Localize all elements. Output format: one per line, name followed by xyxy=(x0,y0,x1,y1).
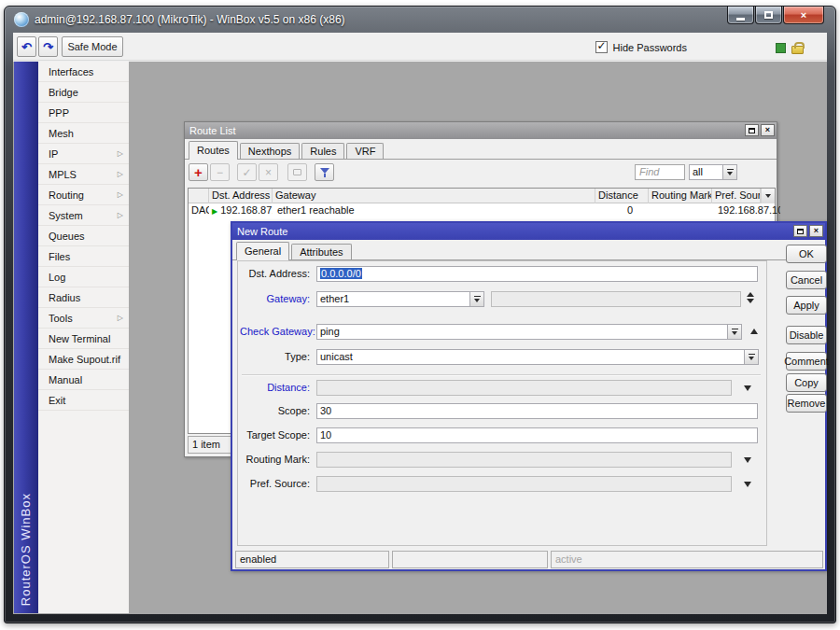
close-button[interactable]: × xyxy=(809,225,823,237)
section-divider xyxy=(242,374,761,376)
column-distance[interactable]: Distance xyxy=(595,189,649,203)
expand-arrow-icon[interactable] xyxy=(744,385,751,391)
comment-button[interactable]: Comment xyxy=(786,352,827,371)
apply-button[interactable]: Apply xyxy=(786,296,827,315)
submenu-arrow-icon: ▷ xyxy=(118,205,123,226)
lock-icon xyxy=(791,46,804,54)
expand-arrow-icon[interactable] xyxy=(744,482,751,487)
ok-button[interactable]: OK xyxy=(786,245,827,263)
plus-icon: + xyxy=(194,166,203,178)
comment-route-button[interactable] xyxy=(287,163,307,181)
sidebar-item-ip[interactable]: IP▷ xyxy=(38,144,129,164)
maximize-button[interactable] xyxy=(755,7,782,24)
cross-icon: × xyxy=(265,167,272,178)
type-field[interactable]: unicast xyxy=(316,349,759,365)
sidebar-item-routing[interactable]: Routing▷ xyxy=(38,185,129,205)
redo-icon: ↷ xyxy=(43,40,53,54)
sidebar-item-manual[interactable]: Manual xyxy=(38,370,129,390)
tab-nexthops[interactable]: Nexthops xyxy=(240,143,300,159)
gateway-field[interactable]: ether1 xyxy=(316,291,484,307)
column-dst-address[interactable]: Dst. Address/ xyxy=(209,189,273,203)
hide-passwords-control: ✓ Hide Passwords xyxy=(595,41,687,53)
find-input[interactable]: Find xyxy=(635,164,685,180)
pref-source-field[interactable] xyxy=(316,476,732,492)
sidebar-item-bridge[interactable]: Bridge xyxy=(38,82,129,103)
desktop: admin@192.168.87.100 (MikroTik) - WinBox… xyxy=(0,0,840,630)
target-scope-field[interactable]: 10 xyxy=(316,427,758,443)
safe-mode-button[interactable]: Safe Mode xyxy=(62,36,123,57)
copy-button[interactable]: Copy xyxy=(786,373,827,392)
undo-button[interactable]: ↶ xyxy=(17,36,36,57)
column-gateway[interactable]: Gateway xyxy=(273,189,595,203)
remove-route-button[interactable]: − xyxy=(210,163,230,181)
filter-scope-select[interactable]: all xyxy=(689,164,737,180)
gateway-add-remove-spinner[interactable] xyxy=(747,292,754,303)
minus-icon: − xyxy=(217,167,223,178)
routing-mark-field[interactable] xyxy=(316,452,732,468)
maximize-button[interactable] xyxy=(745,124,759,136)
sidebar-item-mpls[interactable]: MPLS▷ xyxy=(38,164,129,185)
route-list-titlebar[interactable]: Route List × xyxy=(185,122,777,139)
tab-attributes[interactable]: Attributes xyxy=(291,244,351,259)
scope-label: Scope: xyxy=(240,403,310,419)
brand-vertical-label: RouterOS WinBox xyxy=(19,493,33,606)
sidebar-menu: Interfaces Bridge PPP Mesh IP▷ MPLS▷ Rou… xyxy=(38,62,129,613)
new-route-titlebar[interactable]: New Route × xyxy=(232,223,825,240)
check-gateway-field[interactable]: ping xyxy=(316,324,742,340)
column-flags[interactable] xyxy=(189,189,209,203)
sidebar-item-new-terminal[interactable]: New Terminal xyxy=(38,329,129,349)
table-row[interactable]: DAC ▶ 192.168.87.0/... ether1 reachable … xyxy=(189,203,775,217)
enable-route-button[interactable]: ✓ xyxy=(237,163,257,181)
column-select-button[interactable] xyxy=(761,189,775,203)
maximize-icon xyxy=(749,128,755,133)
sidebar-item-tools[interactable]: Tools▷ xyxy=(38,308,129,329)
add-route-button[interactable]: + xyxy=(189,163,208,181)
submenu-arrow-icon: ▷ xyxy=(118,185,123,205)
distance-field[interactable] xyxy=(316,380,732,396)
sidebar-item-log[interactable]: Log xyxy=(38,267,129,287)
gateway-secondary-field[interactable] xyxy=(491,291,741,307)
maximize-button[interactable] xyxy=(793,225,807,237)
dropdown-icon[interactable] xyxy=(744,350,758,364)
sidebar-item-interfaces[interactable]: Interfaces xyxy=(38,62,129,82)
dropdown-icon[interactable] xyxy=(727,325,741,339)
hide-passwords-checkbox[interactable]: ✓ xyxy=(595,41,608,53)
sidebar-item-queues[interactable]: Queues xyxy=(38,226,129,246)
minimize-button[interactable] xyxy=(727,7,754,24)
tab-rules[interactable]: Rules xyxy=(301,143,344,159)
new-route-tabs: General Attributes xyxy=(232,242,825,260)
row-flags: DAC xyxy=(189,203,209,217)
gateway-label: Gateway: xyxy=(240,291,310,307)
close-button[interactable]: × xyxy=(761,124,775,136)
sidebar-item-files[interactable]: Files xyxy=(38,246,129,267)
sidebar-item-radius[interactable]: Radius xyxy=(38,287,129,308)
filter-icon xyxy=(320,168,329,177)
disable-route-button[interactable]: × xyxy=(259,163,278,181)
sidebar-item-ppp[interactable]: PPP xyxy=(38,103,129,123)
tab-general[interactable]: General xyxy=(236,242,289,260)
sidebar-item-mesh[interactable]: Mesh xyxy=(38,123,129,144)
column-pref-source[interactable]: Pref. Source xyxy=(712,189,761,203)
main-titlebar[interactable]: admin@192.168.87.100 (MikroTik) - WinBox… xyxy=(5,7,835,33)
dropdown-icon[interactable] xyxy=(469,292,483,306)
connection-indicator-icon xyxy=(776,43,786,53)
disable-button[interactable]: Disable xyxy=(786,326,827,344)
tab-vrf[interactable]: VRF xyxy=(346,143,384,159)
dst-address-field[interactable]: 0.0.0.0/0 xyxy=(316,266,758,282)
filter-button[interactable] xyxy=(315,163,334,181)
column-routing-mark[interactable]: Routing Mark xyxy=(649,189,712,203)
scope-field[interactable]: 30 xyxy=(316,403,758,419)
middle-status xyxy=(392,551,548,568)
cancel-button[interactable]: Cancel xyxy=(786,271,827,289)
row-pref-source: 192.168.87.100 xyxy=(715,203,780,217)
collapse-arrow-icon[interactable] xyxy=(750,329,758,334)
close-button[interactable]: × xyxy=(783,7,824,24)
sidebar-item-make-supout[interactable]: Make Supout.rif xyxy=(38,349,129,370)
sidebar-item-system[interactable]: System▷ xyxy=(38,205,129,226)
remove-button[interactable]: Remove xyxy=(786,394,827,413)
sidebar-item-exit[interactable]: Exit xyxy=(38,390,129,411)
expand-arrow-icon[interactable] xyxy=(744,457,751,463)
redo-button[interactable]: ↷ xyxy=(38,36,58,57)
tab-routes[interactable]: Routes xyxy=(189,141,238,160)
type-row: Type: unicast xyxy=(237,349,767,365)
